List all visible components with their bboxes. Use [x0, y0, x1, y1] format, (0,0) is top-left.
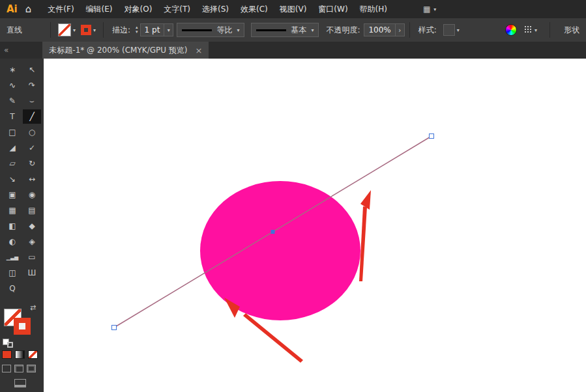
- shape-label[interactable]: 形状: [564, 25, 579, 36]
- menu-select[interactable]: 选择(S): [196, 4, 235, 15]
- tool-type-tool[interactable]: T: [3, 109, 22, 124]
- slice-tool-icon: ◫: [8, 268, 16, 277]
- rotate-tool-icon: ↻: [29, 159, 35, 168]
- stepper-down-icon[interactable]: ▾: [136, 30, 138, 35]
- stroke-weight-label[interactable]: 描边:: [112, 25, 130, 36]
- annotation-arrow-up-shaft: [359, 206, 367, 281]
- align-options-dropdown[interactable]: ▾: [525, 26, 537, 34]
- style-label: 样式:: [418, 25, 437, 36]
- rectangle-tool-icon: □: [8, 128, 16, 137]
- menu-file[interactable]: 文件(F): [42, 4, 80, 15]
- tool-knife-tool[interactable]: ◢: [3, 141, 22, 155]
- line-midpoint-handle[interactable]: [271, 230, 275, 234]
- tool-gradient-tool[interactable]: ◧: [3, 219, 22, 233]
- grid-dots-icon: [525, 26, 526, 27]
- menu-object[interactable]: 对象(O): [119, 4, 158, 15]
- menu-help[interactable]: 帮助(H): [354, 4, 393, 15]
- stroke-weight-field[interactable]: 1 pt: [140, 23, 165, 36]
- tool-rotate-tool[interactable]: ↻: [23, 156, 41, 171]
- tools-panel: ∗↖∿↷✎⌣T╱□○◢✓▱↻↘↔▣◉▦▤◧◆◐◈▁▃▅▭◫ШQ ⇄: [0, 59, 44, 392]
- menu-window[interactable]: 窗口(W): [312, 4, 353, 15]
- brush-definition-value: 基本: [291, 25, 306, 36]
- blend-tool-icon: ◐: [9, 237, 16, 246]
- type-tool-icon: T: [10, 112, 14, 121]
- opacity-label[interactable]: 不透明度:: [326, 25, 360, 36]
- eraser-tool-icon: ▱: [9, 159, 15, 168]
- tool-symbol-sprayer-tool[interactable]: ◈: [23, 234, 41, 249]
- default-fill-stroke-icon[interactable]: [3, 339, 13, 348]
- stroke-profile-preview: [182, 29, 212, 31]
- tool-rectangle-tool[interactable]: □: [3, 125, 22, 139]
- width-profile-dropdown[interactable]: 等比 ▾: [177, 23, 244, 37]
- recolor-artwork-icon[interactable]: [505, 24, 517, 36]
- tool-shape-builder-tool[interactable]: ◉: [23, 188, 41, 202]
- zoom-tool-icon: Q: [9, 284, 15, 293]
- style-dropdown[interactable]: ▾: [443, 24, 460, 36]
- color-button[interactable]: [2, 350, 12, 359]
- tool-eyedropper-tool[interactable]: ◆: [23, 219, 41, 233]
- menu-effect[interactable]: 效果(C): [235, 4, 274, 15]
- chevron-down-icon: ▾: [168, 27, 170, 33]
- tool-slice-tool[interactable]: ◫: [3, 266, 22, 280]
- tool-magic-wand-tool[interactable]: ∗: [3, 63, 22, 77]
- tool-line-segment-tool[interactable]: ╱: [23, 109, 41, 124]
- chevron-down-icon: ▾: [93, 27, 96, 33]
- stroke-swatch-red[interactable]: [14, 318, 31, 335]
- stroke-color-control[interactable]: ▾: [81, 25, 96, 35]
- close-icon[interactable]: ×: [196, 46, 203, 55]
- none-button[interactable]: [28, 350, 38, 359]
- tool-curvature-tool[interactable]: ⌣: [23, 94, 41, 108]
- artboard-canvas[interactable]: [44, 59, 586, 392]
- fill-color-control[interactable]: ▾: [58, 23, 76, 36]
- style-swatch: [443, 24, 455, 36]
- tool-mesh-tool[interactable]: ▤: [23, 203, 41, 217]
- lasso-tool-icon: ∿: [9, 81, 16, 90]
- screen-mode-button[interactable]: [14, 379, 26, 387]
- line-anchor-handle-end[interactable]: [430, 134, 434, 139]
- pink-circle[interactable]: [200, 181, 360, 320]
- tool-width-tool[interactable]: ↔: [23, 172, 41, 186]
- opacity-expand-button[interactable]: ›: [396, 23, 405, 36]
- artwork-svg: [44, 59, 586, 392]
- tool-free-transform-tool[interactable]: ▣: [3, 188, 22, 202]
- swap-fill-stroke-icon[interactable]: ⇄: [30, 303, 36, 312]
- tool-perspective-grid-tool[interactable]: ▦: [3, 203, 22, 217]
- draw-behind-button[interactable]: [14, 365, 23, 372]
- brush-definition-dropdown[interactable]: 基本 ▾: [251, 23, 319, 37]
- tool-artboard-tool[interactable]: ▭: [23, 250, 41, 264]
- panel-collapse-icon[interactable]: «: [4, 46, 8, 55]
- workspace-switcher[interactable]: ▦ ▾: [423, 5, 436, 14]
- stroke-weight-dropdown[interactable]: ▾: [164, 23, 173, 36]
- home-icon[interactable]: ⌂: [25, 3, 32, 15]
- chevron-down-icon: ▾: [433, 7, 436, 12]
- tool-ellipse-tool[interactable]: ○: [23, 125, 41, 139]
- tool-hand-tool[interactable]: Ш: [23, 266, 41, 280]
- menu-edit[interactable]: 编辑(E): [80, 4, 119, 15]
- default-stroke-square: [7, 342, 13, 348]
- document-tab[interactable]: 未标题-1* @ 200% (CMYK/GPU 预览) ×: [42, 42, 209, 59]
- gradient-button[interactable]: [15, 350, 25, 359]
- tool-lasso-tool[interactable]: ∿: [3, 78, 22, 92]
- opacity-field[interactable]: 100%: [364, 23, 395, 36]
- tool-eraser-tool[interactable]: ▱: [3, 156, 22, 171]
- tool-pen-tool[interactable]: ✎: [3, 94, 22, 108]
- width-profile-value: 等比: [216, 25, 232, 36]
- tool-blend-tool[interactable]: ◐: [3, 234, 22, 249]
- stroke-weight-stepper[interactable]: ▴ ▾: [136, 25, 138, 35]
- tool-zoom-tool[interactable]: Q: [3, 281, 22, 296]
- tool-scale-tool[interactable]: ↘: [3, 172, 22, 186]
- draw-normal-button[interactable]: [2, 365, 11, 372]
- tool-shaper-tool[interactable]: ✓: [23, 141, 41, 155]
- chevron-down-icon: ▾: [535, 27, 537, 33]
- mesh-tool-icon: ▤: [28, 206, 35, 215]
- knife-tool-icon: ◢: [9, 143, 15, 152]
- gradient-tool-icon: ◧: [8, 221, 16, 231]
- menu-type[interactable]: 文字(T): [158, 4, 196, 15]
- tool-column-graph-tool[interactable]: ▁▃▅: [3, 250, 22, 264]
- divider: [409, 22, 410, 38]
- menu-view[interactable]: 视图(V): [274, 4, 313, 15]
- tool-selection-tool[interactable]: ↖: [23, 63, 41, 77]
- tool-rotate-view-tool[interactable]: ↷: [23, 78, 41, 92]
- draw-inside-button[interactable]: [27, 365, 36, 372]
- line-anchor-handle-start[interactable]: [112, 326, 117, 330]
